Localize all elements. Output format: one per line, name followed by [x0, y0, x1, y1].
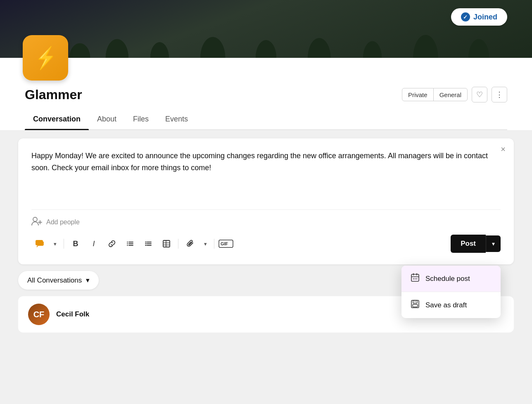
- all-conversations-button[interactable]: All Conversations ▾: [18, 271, 99, 290]
- table-button[interactable]: [158, 235, 175, 252]
- ordered-list-button[interactable]: [122, 235, 138, 252]
- svg-point-7: [127, 242, 128, 242]
- main-content: × Happy Monday! We are excited to announ…: [0, 130, 532, 341]
- attachment-button[interactable]: [182, 235, 198, 252]
- add-people-label: Add people: [46, 219, 80, 226]
- close-button[interactable]: ×: [501, 145, 506, 153]
- tab-events[interactable]: Events: [157, 109, 196, 129]
- bold-button[interactable]: B: [67, 235, 84, 252]
- schedule-post-item[interactable]: Schedule post: [401, 266, 501, 292]
- gif-button[interactable]: GIF: [218, 235, 234, 252]
- post-dropdown-menu: Schedule post Save as draft: [401, 266, 501, 318]
- italic-button[interactable]: I: [86, 235, 102, 252]
- all-conversations-chevron-icon: ▾: [86, 276, 90, 285]
- svg-point-28: [416, 278, 417, 279]
- privacy-badge: Private General: [402, 88, 468, 101]
- avatar: CF: [28, 304, 50, 325]
- save-as-draft-label: Save as draft: [425, 301, 467, 309]
- bold-icon: B: [73, 240, 78, 248]
- compose-card: × Happy Monday! We are excited to announ…: [18, 138, 514, 264]
- svg-text:GIF: GIF: [221, 241, 228, 246]
- toolbar-left: ▾ B I: [31, 235, 234, 252]
- hero-banner: ✓ Joined: [0, 0, 532, 58]
- post-button[interactable]: Post: [451, 235, 486, 253]
- add-people-icon: [31, 216, 42, 228]
- lightning-icon: ⚡: [35, 45, 56, 71]
- italic-icon: I: [93, 240, 95, 248]
- toolbar-row: ▾ B I: [31, 235, 501, 253]
- attachment-chevron[interactable]: ▾: [200, 235, 211, 252]
- save-draft-icon: [411, 299, 420, 311]
- tab-files[interactable]: Files: [125, 109, 157, 129]
- heart-button[interactable]: ♡: [472, 87, 487, 102]
- joined-label: Joined: [473, 13, 497, 21]
- page-wrapper: ✓ Joined ⚡ Glammer Private General ♡ ⋮: [0, 0, 532, 341]
- svg-rect-16: [163, 240, 170, 247]
- all-conversations-label: All Conversations: [27, 276, 82, 285]
- tab-conversation[interactable]: Conversation: [25, 109, 89, 129]
- nav-tabs: Conversation About Files Events: [25, 109, 507, 130]
- post-btn-group: Post ▾: [451, 235, 501, 253]
- svg-rect-3: [36, 240, 43, 245]
- svg-point-0: [33, 217, 37, 221]
- link-button[interactable]: [104, 235, 120, 252]
- more-button[interactable]: ⋮: [492, 87, 507, 102]
- category-label: General: [434, 89, 467, 101]
- svg-rect-22: [411, 274, 419, 281]
- app-icon: ⚡: [23, 35, 68, 81]
- banner-trees: [0, 0, 532, 58]
- joined-check-icon: ✓: [461, 12, 470, 21]
- profile-actions: Private General ♡ ⋮: [402, 87, 507, 102]
- schedule-post-label: Schedule post: [425, 275, 470, 283]
- close-icon: ×: [501, 145, 506, 154]
- compose-textarea[interactable]: Happy Monday! We are excited to announce…: [31, 150, 501, 200]
- privacy-label: Private: [402, 89, 433, 101]
- more-icon: ⋮: [496, 90, 503, 99]
- message-type-chevron[interactable]: ▾: [50, 235, 60, 252]
- profile-title-row: Glammer Private General ♡ ⋮: [25, 58, 507, 107]
- toolbar-sep-3: [214, 239, 214, 249]
- toolbar-sep-1: [64, 239, 64, 249]
- profile-header: ⚡ Glammer Private General ♡ ⋮ Con: [0, 58, 532, 130]
- unordered-list-button[interactable]: [140, 235, 157, 252]
- group-name: Glammer: [25, 87, 82, 102]
- joined-button[interactable]: ✓ Joined: [451, 8, 507, 26]
- add-people-row: Add people: [31, 209, 501, 228]
- person-name: Cecil Folk: [56, 310, 89, 318]
- post-chevron-icon: ▾: [492, 240, 495, 247]
- svg-point-8: [127, 243, 128, 244]
- message-type-button[interactable]: [31, 235, 48, 252]
- post-label: Post: [461, 240, 476, 247]
- heart-icon: ♡: [476, 90, 483, 99]
- svg-point-26: [413, 278, 414, 279]
- toolbar-sep-2: [178, 239, 178, 249]
- svg-point-9: [127, 245, 128, 246]
- svg-point-27: [415, 278, 416, 279]
- post-chevron-button[interactable]: ▾: [486, 235, 501, 252]
- svg-rect-31: [413, 304, 418, 307]
- tab-about[interactable]: About: [89, 109, 125, 129]
- schedule-icon: [411, 273, 420, 284]
- save-as-draft-item[interactable]: Save as draft: [401, 292, 501, 318]
